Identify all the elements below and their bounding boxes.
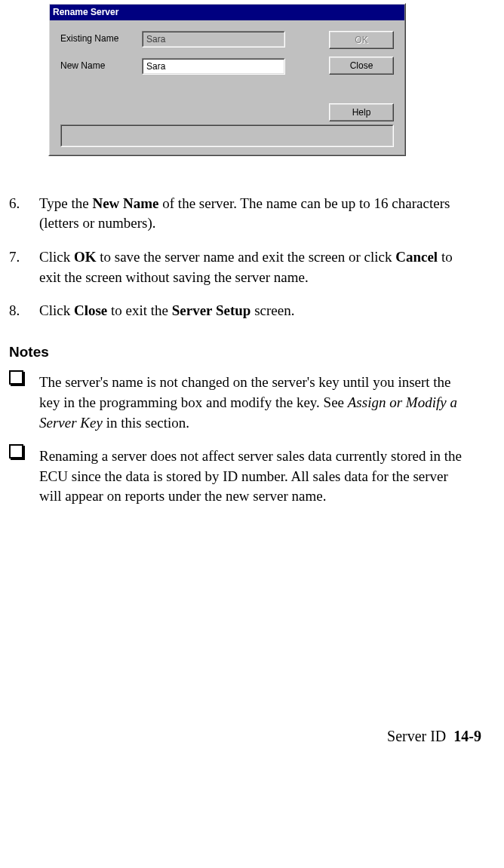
new-name-label: New Name (60, 60, 142, 72)
footer-label: Server ID (387, 728, 446, 744)
ok-button[interactable]: OK (329, 31, 394, 49)
step-8: 8. Click Close to exit the Server Setup … (9, 301, 481, 321)
note-text: The server's name is not changed on the … (39, 373, 469, 433)
existing-name-label: Existing Name (60, 32, 142, 45)
help-button[interactable]: Help (329, 103, 394, 121)
note-item: The server's name is not changed on the … (9, 373, 481, 433)
close-button[interactable]: Close (329, 57, 394, 75)
checkbox-icon (9, 370, 39, 430)
step-number: 8. (9, 301, 39, 321)
step-text: Click Close to exit the Server Setup scr… (39, 301, 469, 321)
status-bar (60, 124, 394, 147)
page-footer: Server ID 14-9 (9, 725, 481, 747)
note-item: Renaming a server does not affect server… (9, 446, 481, 507)
page-number: 14-9 (453, 728, 481, 744)
notes-heading: Notes (9, 342, 481, 363)
step-text: Type the New Name of the server. The nam… (39, 194, 469, 234)
rename-server-dialog: Rename Server Existing Name New Name (48, 3, 406, 156)
step-number: 7. (9, 247, 39, 287)
dialog-title: Rename Server (53, 7, 118, 17)
step-7: 7. Click OK to save the server name and … (9, 247, 481, 287)
note-text: Renaming a server does not affect server… (39, 446, 469, 507)
dialog-titlebar: Rename Server (50, 5, 404, 20)
step-text: Click OK to save the server name and exi… (39, 247, 469, 287)
step-6: 6. Type the New Name of the server. The … (9, 194, 481, 234)
checkbox-icon (9, 443, 39, 504)
step-number: 6. (9, 194, 39, 234)
existing-name-field (143, 32, 284, 47)
new-name-field[interactable] (143, 59, 284, 74)
